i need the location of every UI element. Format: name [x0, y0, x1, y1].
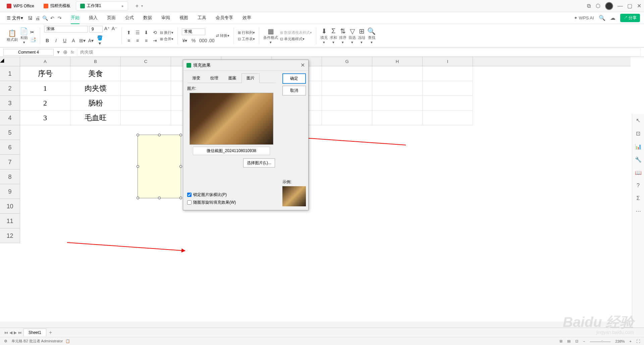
currency-icon[interactable]: ¥▾: [182, 38, 188, 43]
view-layout-icon[interactable]: ⊡: [575, 339, 578, 343]
book-icon[interactable]: 📖: [635, 169, 642, 176]
tab-wps-office[interactable]: WPS Office: [3, 1, 38, 11]
row-header[interactable]: 12: [0, 228, 20, 243]
row-header[interactable]: 7: [0, 155, 20, 169]
view-normal-icon[interactable]: ⊞: [559, 339, 562, 343]
fill-color-icon[interactable]: 🪣▾: [97, 35, 103, 46]
cell[interactable]: [322, 66, 372, 81]
help-icon[interactable]: ?: [637, 183, 640, 189]
row-header[interactable]: 4: [0, 111, 20, 125]
col-header-b[interactable]: B: [70, 57, 121, 66]
cell[interactable]: [423, 66, 473, 81]
cell[interactable]: [372, 66, 423, 81]
cut-icon[interactable]: ✂: [30, 29, 36, 35]
tab-dropdown[interactable]: ▾: [141, 4, 143, 8]
cell-b3[interactable]: 肠粉: [70, 96, 121, 111]
col-header-i[interactable]: I: [423, 57, 473, 66]
menu-tab-member[interactable]: 会员专享: [216, 12, 233, 24]
row-header[interactable]: 5: [0, 125, 20, 140]
menu-tab-review[interactable]: 审阅: [161, 12, 170, 24]
align-center-icon[interactable]: ≡: [135, 38, 141, 43]
freeze-button[interactable]: ⊞冻结▾: [358, 27, 365, 45]
row-header[interactable]: 8: [0, 169, 20, 184]
close-button[interactable]: ✕: [637, 4, 641, 8]
increase-font-icon[interactable]: A⁺: [104, 26, 110, 32]
ok-button[interactable]: 确定: [282, 73, 306, 84]
cell-b1[interactable]: 美食: [70, 66, 121, 81]
menu-tab-page[interactable]: 页面: [107, 12, 116, 24]
filter-button[interactable]: ▽筛选▾: [348, 27, 356, 45]
cell[interactable]: [322, 81, 372, 96]
cell[interactable]: [322, 111, 372, 125]
menu-tab-data[interactable]: 数据: [143, 12, 152, 24]
strikethrough-icon[interactable]: A: [70, 38, 76, 43]
border-icon[interactable]: ⊞▾: [79, 38, 85, 43]
zoom-out-icon[interactable]: −: [583, 339, 585, 343]
bold-icon[interactable]: B: [44, 38, 50, 43]
align-left-icon[interactable]: ≡: [126, 38, 132, 43]
align-bottom-icon[interactable]: ⬇: [143, 30, 149, 35]
underline-icon[interactable]: U: [62, 38, 68, 43]
find-button[interactable]: 🔍查找▾: [367, 27, 376, 45]
menu-tab-efficiency[interactable]: 效率: [243, 12, 251, 24]
sheet-nav-first[interactable]: ⏮: [4, 330, 8, 335]
maximize-button[interactable]: ▢: [627, 4, 632, 8]
menu-tab-tools[interactable]: 工具: [198, 12, 206, 24]
paste-button[interactable]: 📄粘贴 ▾: [20, 27, 28, 45]
menu-tab-view[interactable]: 视图: [179, 12, 188, 24]
chart-icon[interactable]: 📊: [635, 143, 642, 150]
align-right-icon[interactable]: ≡: [143, 38, 149, 43]
zoom-in-icon[interactable]: +: [630, 339, 632, 343]
number-format-select[interactable]: [182, 28, 205, 35]
zoom-icon[interactable]: ⊕: [63, 49, 67, 55]
italic-icon[interactable]: I: [53, 38, 59, 43]
new-tab-button[interactable]: +: [133, 2, 141, 10]
row-header[interactable]: 2: [0, 81, 20, 96]
wps-ai-button[interactable]: ✦ WPS AI: [574, 15, 594, 20]
row-col-button[interactable]: ⊞ 行和列▾: [238, 30, 255, 35]
cancel-button[interactable]: 取消: [282, 86, 306, 95]
settings-icon[interactable]: ⚙: [4, 339, 7, 343]
dialog-tab-pattern[interactable]: 图案: [223, 73, 241, 83]
row-header[interactable]: 11: [0, 214, 20, 228]
col-header-c[interactable]: C: [121, 57, 171, 66]
fx-icon[interactable]: fx: [71, 50, 74, 55]
fill-button[interactable]: ⬇填充▾: [320, 27, 328, 45]
percent-icon[interactable]: %: [191, 38, 197, 43]
cell[interactable]: [372, 96, 423, 111]
cloud-icon[interactable]: ☁: [610, 15, 615, 21]
orientation-icon[interactable]: ⟲: [152, 30, 158, 35]
cell[interactable]: [121, 96, 171, 111]
col-header-g[interactable]: G: [322, 57, 372, 66]
dialog-tab-gradient[interactable]: 渐变: [187, 73, 205, 83]
name-box[interactable]: [3, 49, 54, 56]
tab-workbook-active[interactable]: 工作簿1 ●: [76, 1, 128, 11]
cell[interactable]: [423, 81, 473, 96]
row-header[interactable]: 6: [0, 140, 20, 155]
menu-tab-insert[interactable]: 插入: [89, 12, 98, 24]
comma-icon[interactable]: 000: [199, 38, 205, 43]
cell[interactable]: [372, 111, 423, 125]
sheet-nav-prev[interactable]: ◀: [9, 330, 12, 335]
preview-icon[interactable]: 🔍: [42, 15, 48, 21]
lock-ratio-checkbox[interactable]: [187, 193, 192, 197]
row-header[interactable]: 9: [0, 184, 20, 199]
sheet-nav-next[interactable]: ▶: [14, 330, 17, 335]
layout-icon[interactable]: ⧉: [586, 4, 591, 8]
search-icon[interactable]: 🔍: [599, 15, 605, 21]
cell-b4[interactable]: 毛血旺: [70, 111, 121, 125]
comment-shape[interactable]: [138, 135, 181, 198]
wrap-text-button[interactable]: ⊟ 换行▾: [160, 30, 173, 35]
decimal-dec-icon[interactable]: .00: [208, 38, 214, 43]
cell[interactable]: [372, 81, 423, 96]
dialog-tab-texture[interactable]: 纹理: [205, 73, 223, 83]
convert-button[interactable]: ⇄ 转换▾: [216, 33, 229, 38]
cell-style-button[interactable]: ⊡ 单元格样式▾: [280, 37, 312, 42]
share-button[interactable]: ↗ 分享: [620, 14, 640, 22]
col-header-h[interactable]: H: [372, 57, 423, 66]
decrease-font-icon[interactable]: A⁻: [111, 26, 117, 32]
indent-icon[interactable]: ⇥: [152, 38, 158, 43]
worksheet-button[interactable]: ⊡ 工作表▾: [238, 37, 255, 42]
sort-button[interactable]: ⇅排序▾: [339, 27, 346, 45]
font-name-select[interactable]: [44, 26, 88, 32]
